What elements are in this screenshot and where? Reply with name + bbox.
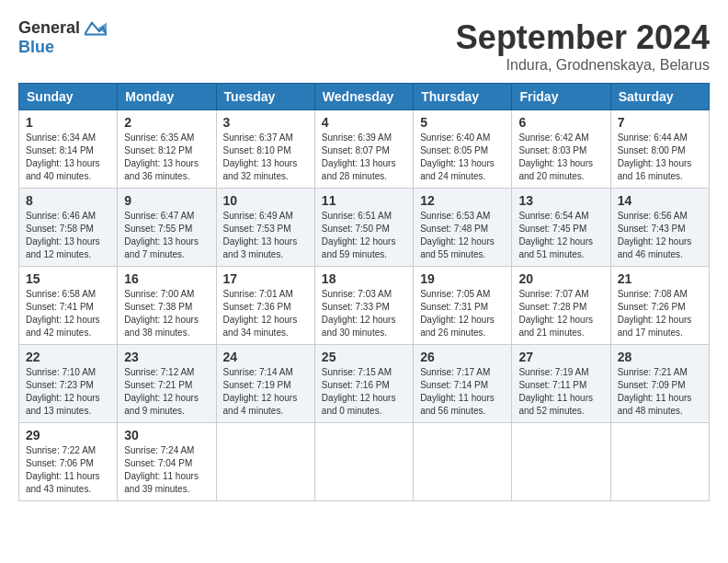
day-number: 18 xyxy=(322,271,406,286)
calendar-cell: 30Sunrise: 7:24 AM Sunset: 7:04 PM Dayli… xyxy=(118,423,216,501)
day-info: Sunrise: 7:17 AM Sunset: 7:14 PM Dayligh… xyxy=(420,366,505,418)
day-number: 28 xyxy=(618,350,702,364)
header-wednesday: Wednesday xyxy=(314,84,413,110)
calendar-cell: 24Sunrise: 7:14 AM Sunset: 7:19 PM Dayli… xyxy=(216,345,314,423)
calendar-week-row: 29Sunrise: 7:22 AM Sunset: 7:06 PM Dayli… xyxy=(19,423,710,501)
calendar-cell xyxy=(512,423,610,501)
calendar-cell: 25Sunrise: 7:15 AM Sunset: 7:16 PM Dayli… xyxy=(314,345,413,423)
day-number: 29 xyxy=(26,428,110,442)
day-info: Sunrise: 6:58 AM Sunset: 7:41 PM Dayligh… xyxy=(26,288,110,339)
calendar-cell: 2Sunrise: 6:35 AM Sunset: 8:12 PM Daylig… xyxy=(118,110,216,189)
calendar-cell: 3Sunrise: 6:37 AM Sunset: 8:10 PM Daylig… xyxy=(216,110,314,189)
day-number: 27 xyxy=(518,350,603,364)
day-info: Sunrise: 6:35 AM Sunset: 8:12 PM Dayligh… xyxy=(124,132,209,183)
day-number: 6 xyxy=(518,115,603,130)
day-info: Sunrise: 7:22 AM Sunset: 7:06 PM Dayligh… xyxy=(26,444,110,496)
day-number: 24 xyxy=(223,350,308,364)
calendar-table: SundayMondayTuesdayWednesdayThursdayFrid… xyxy=(18,83,710,501)
calendar-cell: 9Sunrise: 6:47 AM Sunset: 7:55 PM Daylig… xyxy=(118,189,216,267)
day-number: 5 xyxy=(420,115,505,130)
day-number: 26 xyxy=(420,350,505,364)
day-info: Sunrise: 7:12 AM Sunset: 7:21 PM Dayligh… xyxy=(124,366,209,418)
header-saturday: Saturday xyxy=(610,84,709,110)
day-number: 25 xyxy=(322,350,406,364)
day-info: Sunrise: 7:14 AM Sunset: 7:19 PM Dayligh… xyxy=(223,366,308,418)
day-info: Sunrise: 6:34 AM Sunset: 8:14 PM Dayligh… xyxy=(26,132,110,183)
day-info: Sunrise: 6:46 AM Sunset: 7:58 PM Dayligh… xyxy=(26,210,110,261)
day-info: Sunrise: 7:21 AM Sunset: 7:09 PM Dayligh… xyxy=(618,366,702,418)
day-info: Sunrise: 7:08 AM Sunset: 7:26 PM Dayligh… xyxy=(618,288,702,339)
day-number: 15 xyxy=(26,271,110,286)
day-info: Sunrise: 6:47 AM Sunset: 7:55 PM Dayligh… xyxy=(124,210,209,261)
day-info: Sunrise: 6:53 AM Sunset: 7:48 PM Dayligh… xyxy=(420,210,505,261)
day-number: 10 xyxy=(223,193,308,208)
day-info: Sunrise: 7:24 AM Sunset: 7:04 PM Dayligh… xyxy=(124,444,209,496)
calendar-cell: 29Sunrise: 7:22 AM Sunset: 7:06 PM Dayli… xyxy=(19,423,118,501)
day-number: 30 xyxy=(124,428,209,442)
logo: General Blue xyxy=(18,18,107,57)
day-number: 7 xyxy=(618,115,702,130)
day-number: 19 xyxy=(420,271,505,286)
header-thursday: Thursday xyxy=(414,84,512,110)
page-header: General Blue September 2024 Indura, Grod… xyxy=(18,18,710,74)
calendar-cell: 28Sunrise: 7:21 AM Sunset: 7:09 PM Dayli… xyxy=(610,345,709,423)
logo-general-text: General xyxy=(18,18,80,38)
day-info: Sunrise: 6:49 AM Sunset: 7:53 PM Dayligh… xyxy=(223,210,308,261)
calendar-cell: 21Sunrise: 7:08 AM Sunset: 7:26 PM Dayli… xyxy=(610,267,709,345)
calendar-cell: 8Sunrise: 6:46 AM Sunset: 7:58 PM Daylig… xyxy=(19,189,118,267)
calendar-cell: 26Sunrise: 7:17 AM Sunset: 7:14 PM Dayli… xyxy=(414,345,512,423)
calendar-cell: 12Sunrise: 6:53 AM Sunset: 7:48 PM Dayli… xyxy=(414,189,512,267)
day-number: 16 xyxy=(124,271,209,286)
month-title: September 2024 xyxy=(456,18,710,57)
calendar-cell: 15Sunrise: 6:58 AM Sunset: 7:41 PM Dayli… xyxy=(19,267,118,345)
day-number: 22 xyxy=(26,350,110,364)
day-number: 9 xyxy=(124,193,209,208)
day-number: 12 xyxy=(420,193,505,208)
day-info: Sunrise: 7:07 AM Sunset: 7:28 PM Dayligh… xyxy=(518,288,603,339)
day-number: 11 xyxy=(322,193,406,208)
calendar-cell: 17Sunrise: 7:01 AM Sunset: 7:36 PM Dayli… xyxy=(216,267,314,345)
calendar-cell: 16Sunrise: 7:00 AM Sunset: 7:38 PM Dayli… xyxy=(118,267,216,345)
day-number: 23 xyxy=(124,350,209,364)
calendar-cell: 6Sunrise: 6:42 AM Sunset: 8:03 PM Daylig… xyxy=(512,110,610,189)
calendar-header-row: SundayMondayTuesdayWednesdayThursdayFrid… xyxy=(19,84,710,110)
day-info: Sunrise: 6:51 AM Sunset: 7:50 PM Dayligh… xyxy=(322,210,406,261)
calendar-cell: 18Sunrise: 7:03 AM Sunset: 7:33 PM Dayli… xyxy=(314,267,413,345)
day-number: 8 xyxy=(26,193,110,208)
day-info: Sunrise: 7:05 AM Sunset: 7:31 PM Dayligh… xyxy=(420,288,505,339)
calendar-cell xyxy=(414,423,512,501)
calendar-cell: 5Sunrise: 6:40 AM Sunset: 8:05 PM Daylig… xyxy=(414,110,512,189)
header-sunday: Sunday xyxy=(19,84,118,110)
header-tuesday: Tuesday xyxy=(216,84,314,110)
calendar-cell: 23Sunrise: 7:12 AM Sunset: 7:21 PM Dayli… xyxy=(118,345,216,423)
calendar-cell: 1Sunrise: 6:34 AM Sunset: 8:14 PM Daylig… xyxy=(19,110,118,189)
day-number: 2 xyxy=(124,115,209,130)
day-number: 1 xyxy=(26,115,110,130)
day-number: 4 xyxy=(322,115,406,130)
title-area: September 2024 Indura, Grodnenskaya, Bel… xyxy=(456,18,710,74)
day-info: Sunrise: 6:56 AM Sunset: 7:43 PM Dayligh… xyxy=(618,210,702,261)
day-info: Sunrise: 7:03 AM Sunset: 7:33 PM Dayligh… xyxy=(322,288,406,339)
calendar-cell: 10Sunrise: 6:49 AM Sunset: 7:53 PM Dayli… xyxy=(216,189,314,267)
day-info: Sunrise: 6:44 AM Sunset: 8:00 PM Dayligh… xyxy=(618,132,702,183)
day-info: Sunrise: 7:19 AM Sunset: 7:11 PM Dayligh… xyxy=(518,366,603,418)
day-number: 17 xyxy=(223,271,308,286)
day-info: Sunrise: 7:10 AM Sunset: 7:23 PM Dayligh… xyxy=(26,366,110,418)
day-number: 3 xyxy=(223,115,308,130)
calendar-cell: 13Sunrise: 6:54 AM Sunset: 7:45 PM Dayli… xyxy=(512,189,610,267)
day-number: 13 xyxy=(518,193,603,208)
day-info: Sunrise: 6:39 AM Sunset: 8:07 PM Dayligh… xyxy=(322,132,406,183)
day-info: Sunrise: 6:40 AM Sunset: 8:05 PM Dayligh… xyxy=(420,132,505,183)
day-info: Sunrise: 6:37 AM Sunset: 8:10 PM Dayligh… xyxy=(223,132,308,183)
calendar-cell: 14Sunrise: 6:56 AM Sunset: 7:43 PM Dayli… xyxy=(610,189,709,267)
calendar-week-row: 8Sunrise: 6:46 AM Sunset: 7:58 PM Daylig… xyxy=(19,189,710,267)
calendar-cell: 27Sunrise: 7:19 AM Sunset: 7:11 PM Dayli… xyxy=(512,345,610,423)
day-number: 20 xyxy=(518,271,603,286)
day-info: Sunrise: 7:01 AM Sunset: 7:36 PM Dayligh… xyxy=(223,288,308,339)
logo-icon xyxy=(85,19,107,38)
calendar-week-row: 15Sunrise: 6:58 AM Sunset: 7:41 PM Dayli… xyxy=(19,267,710,345)
calendar-cell xyxy=(610,423,709,501)
calendar-cell: 22Sunrise: 7:10 AM Sunset: 7:23 PM Dayli… xyxy=(19,345,118,423)
calendar-week-row: 22Sunrise: 7:10 AM Sunset: 7:23 PM Dayli… xyxy=(19,345,710,423)
logo-blue-text: Blue xyxy=(18,38,54,57)
